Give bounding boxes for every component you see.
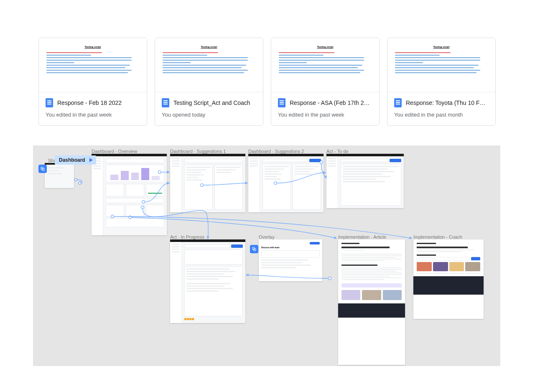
thumb-heading: Testing script bbox=[163, 46, 255, 48]
mock-act-todo[interactable] bbox=[326, 154, 404, 208]
doc-subtitle: You opened today bbox=[162, 112, 256, 118]
doc-thumbnail: Testing script bbox=[155, 38, 263, 92]
doc-title: Response: Toyota (Thu 10 F… bbox=[406, 99, 485, 106]
mock-share[interactable] bbox=[45, 163, 74, 188]
svg-point-14 bbox=[329, 277, 331, 280]
mock-dashboard-sug2[interactable] bbox=[248, 154, 324, 212]
mock-act-inprogress[interactable] bbox=[170, 239, 245, 323]
doc-title: Response - Feb 18 2022 bbox=[57, 99, 122, 106]
frame-label: Overlay bbox=[259, 234, 275, 239]
frame-label: Implementation - Article bbox=[338, 234, 386, 239]
doc-thumbnail: Testing script bbox=[387, 38, 495, 92]
doc-thumbnail: Testing script bbox=[39, 38, 147, 92]
doc-card[interactable]: Testing script Testing Script_Act and Co… bbox=[155, 38, 263, 126]
doc-title: Testing Script_Act and Coach bbox=[173, 99, 250, 106]
frame-label: Dashboard - Suggestions 1 bbox=[170, 149, 226, 154]
svg-point-5 bbox=[79, 182, 81, 184]
doc-title: Response - ASA (Feb 17th 2… bbox=[290, 99, 369, 106]
doc-subtitle: You edited in the past week bbox=[278, 112, 372, 118]
doc-card[interactable]: Testing script Response - Feb 18 2022 Yo… bbox=[38, 38, 147, 126]
frame-label: Dashboard - Overview bbox=[92, 149, 137, 154]
frame-label: Implementation - Coach bbox=[413, 234, 462, 239]
prototype-canvas[interactable]: Sha Dashboard Dashboard - Overview bbox=[33, 145, 500, 366]
mock-dashboard-sug1[interactable] bbox=[170, 154, 245, 212]
dashboard-pill[interactable]: Dashboard bbox=[55, 155, 96, 165]
frame-label: Act - To do bbox=[326, 149, 348, 154]
thumb-heading: Testing script bbox=[46, 46, 139, 48]
mock-impl-coach[interactable] bbox=[413, 239, 484, 319]
doc-thumbnail: Testing script bbox=[271, 38, 379, 92]
doc-subtitle: You edited in the past month bbox=[394, 112, 489, 118]
doc-subtitle: You edited in the past week bbox=[46, 112, 140, 118]
google-docs-icon bbox=[278, 98, 285, 107]
frame-label: Dashboard - Suggestions 2 bbox=[248, 149, 304, 154]
frame-label: Act - In Progress bbox=[170, 234, 204, 239]
mock-overlay[interactable]: Discuss with team bbox=[259, 239, 322, 281]
overlay-title: Discuss with team bbox=[261, 246, 320, 249]
thumb-heading: Testing script bbox=[279, 46, 372, 48]
mock-dashboard-overview[interactable] bbox=[92, 154, 167, 235]
mock-impl-article[interactable] bbox=[338, 239, 405, 365]
layers-icon[interactable] bbox=[38, 165, 47, 173]
google-docs-icon bbox=[394, 98, 402, 107]
svg-point-4 bbox=[74, 178, 77, 181]
google-docs-icon bbox=[162, 98, 169, 107]
google-docs-icon bbox=[46, 98, 53, 107]
layers-icon[interactable] bbox=[250, 245, 258, 253]
doc-card[interactable]: Testing script Response - ASA (Feb 17th … bbox=[271, 38, 380, 126]
doc-card[interactable]: Testing script Response: Toyota (Thu 10 … bbox=[387, 38, 496, 126]
thumb-heading: Testing script bbox=[395, 46, 488, 48]
recent-docs-row: Testing script Response - Feb 18 2022 Yo… bbox=[38, 38, 496, 126]
